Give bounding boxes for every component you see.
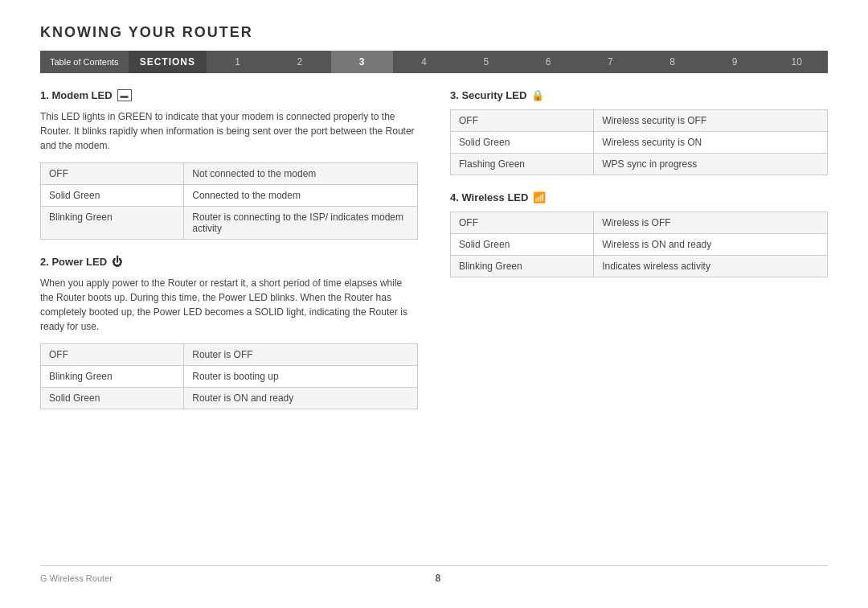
security-led-table: OFF Wireless security is OFF Solid Green… [450, 109, 828, 175]
modem-row2-state: Solid Green [41, 185, 184, 207]
modem-row3-state: Blinking Green [41, 207, 184, 240]
security-row2-state: Solid Green [451, 132, 594, 154]
power-row3-desc: Router is ON and ready [184, 388, 418, 409]
wireless-led-heading: 4. Wireless LED 📶 [450, 191, 828, 203]
nav-numbers: 1 2 3 4 5 6 7 8 9 10 [207, 51, 828, 73]
nav-num-2[interactable]: 2 [268, 51, 330, 73]
left-column: 1. Modem LED ▬ This LED lights in GREEN … [40, 89, 418, 565]
footer: G Wireless Router 8 [40, 565, 828, 584]
modem-icon: ▬ [117, 89, 132, 101]
table-row: OFF Wireless is OFF [451, 212, 828, 234]
nav-num-8[interactable]: 8 [641, 51, 703, 73]
nav-num-7[interactable]: 7 [579, 51, 641, 73]
table-row: Blinking Green Router is connecting to t… [41, 207, 418, 240]
power-row2-desc: Router is booting up [184, 366, 418, 388]
nav-num-1[interactable]: 1 [207, 51, 268, 73]
nav-num-4[interactable]: 4 [393, 51, 455, 73]
modem-row2-desc: Connected to the modem [184, 185, 418, 207]
table-row: Blinking Green Router is booting up [41, 366, 418, 388]
wireless-row3-desc: Indicates wireless activity [594, 256, 828, 277]
security-led-label: 3. Security LED [450, 89, 526, 101]
wifi-icon: 📶 [533, 191, 546, 203]
power-led-heading: 2. Power LED ⏻ [40, 256, 418, 268]
footer-product-name: G Wireless Router [40, 573, 113, 583]
wireless-row3-state: Blinking Green [451, 256, 594, 277]
wireless-led-label: 4. Wireless LED [450, 191, 528, 203]
nav-bar: Table of Contents SECTIONS 1 2 3 4 5 6 7… [40, 51, 828, 73]
table-row: OFF Not connected to the modem [41, 163, 418, 185]
table-row: OFF Wireless security is OFF [451, 110, 828, 132]
power-led-desc: When you apply power to the Router or re… [40, 276, 418, 334]
page-title: KNOWING YOUR ROUTER [40, 24, 828, 41]
footer-page-number: 8 [436, 573, 441, 584]
wireless-row2-state: Solid Green [451, 234, 594, 256]
content-area: 1. Modem LED ▬ This LED lights in GREEN … [40, 89, 828, 565]
right-column: 3. Security LED 🔒 OFF Wireless security … [450, 89, 828, 565]
table-row: Solid Green Connected to the modem [41, 185, 418, 207]
table-row: Solid Green Router is ON and ready [41, 388, 418, 409]
security-row1-desc: Wireless security is OFF [594, 110, 828, 132]
wireless-row1-desc: Wireless is OFF [594, 212, 828, 234]
security-row2-desc: Wireless security is ON [594, 132, 828, 154]
security-row1-state: OFF [451, 110, 594, 132]
modem-row3-desc: Router is connecting to the ISP/ indicat… [184, 207, 418, 240]
wireless-row1-state: OFF [451, 212, 594, 234]
modem-led-heading: 1. Modem LED ▬ [40, 89, 418, 101]
wireless-row2-desc: Wireless is ON and ready [594, 234, 828, 256]
power-row1-state: OFF [41, 344, 184, 366]
nav-num-5[interactable]: 5 [455, 51, 517, 73]
modem-led-table: OFF Not connected to the modem Solid Gre… [40, 162, 418, 240]
table-row: Blinking Green Indicates wireless activi… [451, 256, 828, 277]
modem-led-desc: This LED lights in GREEN to indicate tha… [40, 109, 418, 153]
nav-num-9[interactable]: 9 [703, 51, 765, 73]
nav-num-3[interactable]: 3 [331, 51, 393, 73]
security-row3-state: Flashing Green [451, 154, 594, 175]
nav-num-6[interactable]: 6 [517, 51, 579, 73]
table-row: Solid Green Wireless is ON and ready [451, 234, 828, 256]
power-led-table: OFF Router is OFF Blinking Green Router … [40, 343, 418, 409]
power-row2-state: Blinking Green [41, 366, 184, 388]
power-icon: ⏻ [112, 256, 122, 268]
power-row3-state: Solid Green [41, 388, 184, 409]
security-led-heading: 3. Security LED 🔒 [450, 89, 828, 101]
table-row: Solid Green Wireless security is ON [451, 132, 828, 154]
security-row3-desc: WPS sync in progress [594, 154, 828, 175]
table-row: Flashing Green WPS sync in progress [451, 154, 828, 175]
power-row1-desc: Router is OFF [184, 344, 418, 366]
nav-sections-label: SECTIONS [129, 51, 207, 73]
table-row: OFF Router is OFF [41, 344, 418, 366]
wireless-led-table: OFF Wireless is OFF Solid Green Wireless… [450, 212, 828, 277]
power-led-label: 2. Power LED [40, 256, 107, 268]
nav-num-10[interactable]: 10 [766, 51, 828, 73]
modem-led-label: 1. Modem LED [40, 89, 113, 101]
modem-row1-desc: Not connected to the modem [184, 163, 418, 185]
lock-icon: 🔒 [531, 89, 544, 101]
modem-row1-state: OFF [41, 163, 184, 185]
nav-toc-label: Table of Contents [40, 51, 129, 73]
